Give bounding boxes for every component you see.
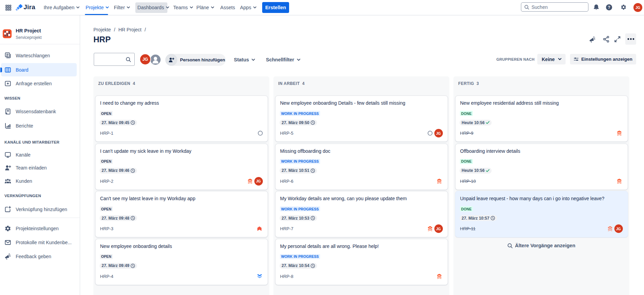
svg-text:?: ? bbox=[608, 5, 610, 10]
